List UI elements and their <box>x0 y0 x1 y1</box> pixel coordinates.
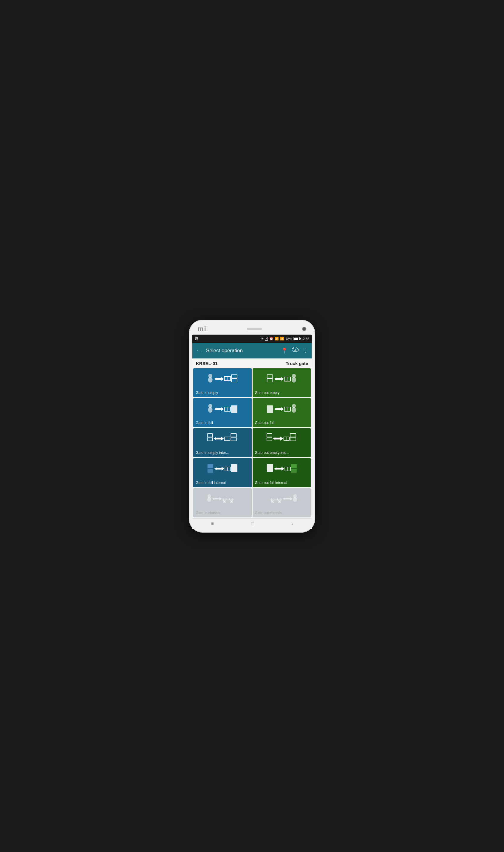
gate-out-full-card[interactable]: Gate-out full <box>253 398 311 427</box>
svg-rect-41 <box>208 464 213 468</box>
gate-in-full-internal-icon <box>196 462 249 477</box>
gate-out-empty-inte-label: Gate-out empty inte... <box>255 451 309 455</box>
svg-rect-11 <box>284 377 290 381</box>
gate-out-full-internal-label: Gate-out full internal <box>255 481 309 485</box>
svg-rect-33 <box>231 437 236 441</box>
phone-speaker <box>247 328 262 330</box>
status-right: ✳ N ⏰ 📶 📶 78% 12:35 <box>261 337 309 341</box>
phone-screen: 🖼 ✳ N ⏰ 📶 📶 78% 12:35 ← Select operatio <box>192 334 312 529</box>
nfc-icon: N <box>265 337 268 341</box>
back-button[interactable]: ← <box>196 347 202 354</box>
gate-out-chassis-card[interactable]: Gate-out chassis <box>253 488 311 518</box>
bottom-nav: ≡ □ ‹ <box>192 518 312 529</box>
battery-indicator <box>293 337 300 340</box>
gate-in-chassis-card[interactable]: Gate-in chassis <box>193 488 252 518</box>
gate-in-empty-inter-icon-area <box>196 431 249 449</box>
back-nav-button[interactable]: ‹ <box>291 521 293 526</box>
gate-out-empty-label: Gate-out empty <box>255 391 309 395</box>
svg-rect-46 <box>231 464 237 472</box>
app-bar: ← Select operation 📍 ⋮ <box>192 343 312 359</box>
svg-rect-30 <box>224 437 230 441</box>
svg-marker-48 <box>274 467 284 471</box>
status-left: 🖼 <box>195 337 199 341</box>
svg-rect-21 <box>267 405 273 413</box>
gate-in-full-card[interactable]: Gate-in full <box>193 398 252 427</box>
svg-rect-20 <box>231 405 237 413</box>
phone-top: mi <box>192 324 312 334</box>
gate-in-full-label: Gate-in full <box>196 421 249 425</box>
svg-rect-51 <box>291 464 296 468</box>
gate-in-empty-icon <box>196 372 249 387</box>
svg-marker-17 <box>214 407 224 411</box>
svg-marker-36 <box>273 437 283 441</box>
gate-in-empty-inter-icon <box>196 432 249 447</box>
gate-out-full-icon-area <box>255 401 309 418</box>
gate-in-empty-inter-label: Gate-in empty inter... <box>196 451 249 455</box>
svg-rect-4 <box>224 376 231 381</box>
svg-rect-6 <box>231 375 237 378</box>
svg-rect-18 <box>224 407 231 411</box>
photo-icon: 🖼 <box>195 337 198 341</box>
svg-rect-49 <box>285 467 290 471</box>
location-id: KRSEL-01 <box>196 361 218 366</box>
operations-grid: Gate-in empty <box>192 368 312 518</box>
gate-in-full-internal-card[interactable]: Gate-in full internal <box>193 458 252 487</box>
svg-point-16 <box>208 407 213 413</box>
svg-point-64 <box>231 501 232 502</box>
svg-point-54 <box>207 497 211 502</box>
svg-rect-28 <box>208 437 213 441</box>
gate-out-full-internal-icon <box>255 462 309 477</box>
svg-point-26 <box>291 407 296 413</box>
gate-out-empty-inte-icon <box>255 432 309 447</box>
svg-point-73 <box>279 501 280 502</box>
svg-marker-10 <box>274 377 284 381</box>
svg-rect-37 <box>284 437 289 441</box>
app-bar-icons: 📍 ⋮ <box>281 347 308 354</box>
svg-point-2 <box>208 377 213 383</box>
app-bar-title: Select operation <box>206 348 278 354</box>
more-options-icon[interactable]: ⋮ <box>303 347 308 354</box>
gate-in-empty-icon-area <box>196 371 249 388</box>
gate-out-full-icon <box>255 402 309 417</box>
svg-rect-42 <box>208 469 213 473</box>
svg-point-14 <box>291 377 296 383</box>
gate-out-full-internal-card[interactable]: Gate-out full internal <box>253 458 311 487</box>
gate-in-empty-inter-card[interactable]: Gate-in empty inter... <box>193 428 252 457</box>
gate-in-chassis-icon-area <box>196 491 249 508</box>
menu-nav-button[interactable]: ≡ <box>211 521 214 526</box>
gate-out-empty-inte-icon-area <box>255 431 309 449</box>
svg-marker-43 <box>214 467 224 471</box>
gate-out-empty-icon-area <box>255 371 309 388</box>
svg-rect-27 <box>208 434 213 437</box>
svg-marker-29 <box>214 437 224 441</box>
gate-out-empty-inte-card[interactable]: Gate-out empty inte... <box>253 428 311 457</box>
svg-rect-40 <box>290 437 296 441</box>
home-nav-button[interactable]: □ <box>251 521 254 526</box>
gate-in-chassis-label: Gate-in chassis <box>196 511 249 515</box>
phone-brand: mi <box>198 325 207 333</box>
svg-marker-22 <box>274 407 284 411</box>
svg-rect-32 <box>231 434 236 437</box>
gate-out-full-internal-icon-area <box>255 461 309 478</box>
svg-point-71 <box>272 501 273 502</box>
svg-rect-34 <box>267 434 272 437</box>
content-area: KRSEL-01 Truck gate <box>192 359 312 518</box>
phone-device: mi 🖼 ✳ N ⏰ 📶 📶 78% <box>190 320 314 532</box>
gate-in-full-icon <box>196 402 249 417</box>
location-header: KRSEL-01 Truck gate <box>192 359 312 368</box>
gate-in-empty-card[interactable]: Gate-in empty <box>193 368 252 398</box>
svg-marker-55 <box>212 497 222 501</box>
bluetooth-icon: ✳ <box>261 337 264 341</box>
gate-in-full-internal-icon-area <box>196 461 249 478</box>
gate-out-empty-card[interactable]: Gate-out empty <box>253 368 311 398</box>
battery-percent: 78% <box>285 337 292 341</box>
gate-out-chassis-label: Gate-out chassis <box>255 511 309 515</box>
svg-rect-52 <box>291 469 296 473</box>
pin-icon[interactable]: 📍 <box>281 347 288 354</box>
phone-camera <box>302 327 306 331</box>
time-display: 12:35 <box>301 337 309 341</box>
gate-in-full-icon-area <box>196 401 249 418</box>
cloud-icon[interactable] <box>292 347 299 354</box>
svg-rect-47 <box>267 464 273 472</box>
svg-marker-74 <box>283 497 292 501</box>
